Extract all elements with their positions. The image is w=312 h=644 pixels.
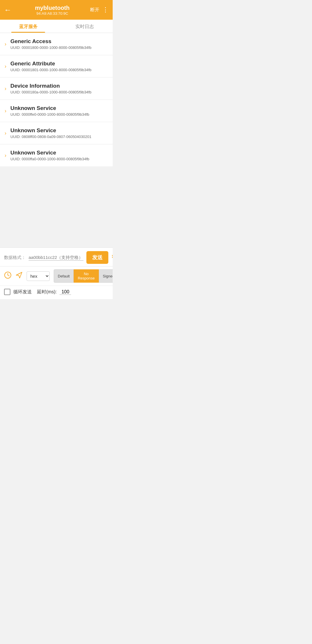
expand-button[interactable] xyxy=(111,253,113,262)
empty-area xyxy=(0,166,113,247)
device-address: 94:A9:A8:33:70:9C xyxy=(14,11,90,16)
data-input[interactable] xyxy=(29,254,83,261)
write-type-signed[interactable]: Signed xyxy=(99,269,113,283)
chevron-right-icon: › xyxy=(5,130,6,136)
service-name: Unknown Service xyxy=(10,127,108,134)
service-info: Generic Attribute UUID: 00001801-0000-10… xyxy=(10,60,108,72)
device-name: mybluetooth xyxy=(14,4,90,11)
header-actions: 断开 ⋮ xyxy=(90,6,109,14)
delay-label: 延时(ms): xyxy=(37,289,57,295)
chevron-right-icon: › xyxy=(5,63,6,69)
chevron-right-icon: › xyxy=(5,41,6,47)
loop-row: 循环发送 延时(ms): 100 xyxy=(0,286,113,299)
list-item[interactable]: › Unknown Service UUID: 0808ff00-0808-0a… xyxy=(0,122,113,144)
loop-checkbox[interactable] xyxy=(4,289,10,295)
service-info: Generic Access UUID: 00001800-0000-1000-… xyxy=(10,38,108,50)
write-type-no-response[interactable]: No Response xyxy=(74,269,99,283)
disconnect-button[interactable]: 断开 xyxy=(90,7,99,13)
send-row: 数据格式： 发送 xyxy=(0,248,113,266)
chevron-right-icon: › xyxy=(5,86,6,92)
service-uuid: UUID: 0000180a-0000-1000-8000-00805f9b34… xyxy=(10,90,108,94)
service-name: Device Information xyxy=(10,83,108,89)
service-uuid: UUID: 00001801-0000-1000-8000-00805f9b34… xyxy=(10,68,108,72)
tab-realtime-log[interactable]: 实时日志 xyxy=(56,20,113,33)
loop-label: 循环发送 xyxy=(13,289,32,295)
format-select[interactable]: hex text dec xyxy=(27,271,50,281)
send-arrow-icon[interactable] xyxy=(16,272,23,280)
options-row: hex text dec Default No Response Signed xyxy=(0,266,113,286)
bottom-panel: 数据格式： 发送 hex text dec xyxy=(0,247,113,299)
service-name: Generic Access xyxy=(10,38,108,45)
header-title-block: mybluetooth 94:A9:A8:33:70:9C xyxy=(14,4,90,16)
list-item[interactable]: › Generic Attribute UUID: 00001801-0000-… xyxy=(0,55,113,78)
write-type-group: Default No Response Signed xyxy=(54,269,113,283)
clock-icon[interactable] xyxy=(4,271,12,281)
list-item[interactable]: › Unknown Service UUID: 0000ffa0-0000-10… xyxy=(0,144,113,166)
service-uuid: UUID: 00001800-0000-1000-8000-00805f9b34… xyxy=(10,45,108,50)
send-button[interactable]: 发送 xyxy=(86,251,108,264)
app-header: ← mybluetooth 94:A9:A8:33:70:9C 断开 ⋮ xyxy=(0,0,113,20)
tab-bar: 蓝牙服务 实时日志 xyxy=(0,20,113,33)
service-info: Unknown Service UUID: 0000ffa0-0000-1000… xyxy=(10,150,108,161)
delay-value[interactable]: 100 xyxy=(60,289,71,295)
service-list: › Generic Access UUID: 00001800-0000-100… xyxy=(0,33,113,166)
service-name: Unknown Service xyxy=(10,150,108,156)
chevron-right-icon: › xyxy=(5,152,6,159)
data-format-label: 数据格式： xyxy=(4,255,26,260)
svg-line-2 xyxy=(8,275,9,276)
service-name: Generic Attribute xyxy=(10,60,108,67)
service-info: Unknown Service UUID: 0000ffe0-0000-1000… xyxy=(10,105,108,117)
service-name: Unknown Service xyxy=(10,105,108,111)
service-uuid: UUID: 0000ffe0-0000-1000-8000-00805f9b34… xyxy=(10,112,108,117)
more-menu-button[interactable]: ⋮ xyxy=(102,6,109,14)
service-uuid: UUID: 0000ffa0-0000-1000-8000-00805f9b34… xyxy=(10,157,108,161)
list-item[interactable]: › Device Information UUID: 0000180a-0000… xyxy=(0,78,113,100)
chevron-right-icon: › xyxy=(5,108,6,114)
service-info: Unknown Service UUID: 0808ff00-0808-0a09… xyxy=(10,127,108,139)
write-type-default[interactable]: Default xyxy=(54,269,74,283)
back-button[interactable]: ← xyxy=(4,5,12,14)
service-uuid: UUID: 0808ff00-0808-0a09-0807-0605040302… xyxy=(10,135,108,139)
tab-ble-service[interactable]: 蓝牙服务 xyxy=(0,20,56,33)
service-info: Device Information UUID: 0000180a-0000-1… xyxy=(10,83,108,94)
list-item[interactable]: › Unknown Service UUID: 0000ffe0-0000-10… xyxy=(0,100,113,122)
list-item[interactable]: › Generic Access UUID: 00001800-0000-100… xyxy=(0,33,113,55)
